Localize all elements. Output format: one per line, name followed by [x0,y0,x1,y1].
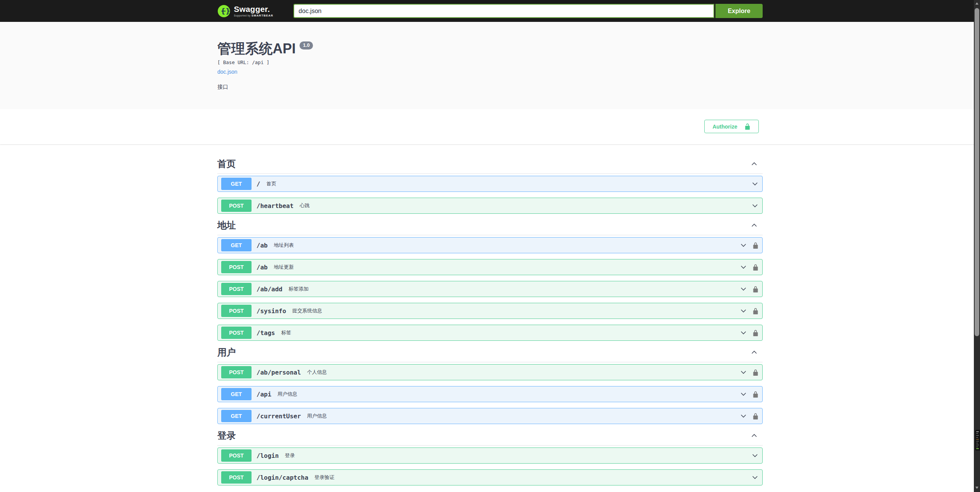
operation-path: /api [257,391,271,398]
chevron-down-icon[interactable] [740,412,747,420]
operation-row[interactable]: GET /ab 地址列表 [217,237,763,253]
section-title: 用户 [217,347,236,358]
chevron-down-icon[interactable] [751,452,759,459]
lock-icon[interactable] [752,264,759,271]
version-badge: 1.0 [300,41,313,50]
operation-summary: 首页 [267,180,751,187]
lock-icon[interactable] [752,242,759,249]
lock-icon[interactable] [752,391,759,398]
scroll-down-button[interactable] [974,484,980,491]
minimap-widget[interactable] [975,430,980,451]
operation-summary: 用户信息 [278,391,740,398]
brand-name: Swagger. [234,5,273,13]
explore-button[interactable]: Explore [715,4,763,18]
lock-icon[interactable] [752,329,759,337]
method-badge: POST [221,471,252,484]
spec-url-input[interactable] [293,4,714,18]
section-title: 地址 [217,220,236,231]
operation-row[interactable]: GET /currentUser 用户信息 [217,408,763,424]
operation-row[interactable]: POST /tags 标签 [217,325,763,341]
scroll-up-button[interactable] [974,0,980,7]
section-header[interactable]: 首页 [217,158,763,174]
chevron-down-icon[interactable] [740,390,747,398]
method-badge: GET [221,239,252,251]
chevron-down-icon[interactable] [740,329,747,337]
spec-url-form: Explore [293,4,763,18]
scrollbar-thumb[interactable] [975,8,979,336]
operation-row[interactable]: POST /login 登录 [217,447,763,464]
section-header[interactable]: 地址 [217,220,763,235]
operation-path: /ab/add [257,286,282,293]
operation-path: / [257,180,260,188]
info-section: 管理系统API1.0 [ Base URL: /api ] doc.json 接… [0,22,980,109]
authorize-button[interactable]: Authorize [704,120,759,133]
chevron-down-icon[interactable] [740,307,747,315]
operation-row[interactable]: POST /ab 地址更新 [217,259,763,275]
method-badge: POST [221,283,252,295]
method-badge: POST [221,200,252,212]
section-address: 地址 GET /ab 地址列表 POST /ab 地址更新 [217,220,763,341]
scheme-container: Authorize [0,109,980,144]
operation-summary: 登录验证 [315,474,751,481]
operation-row[interactable]: GET /api 用户信息 [217,386,763,402]
chevron-down-icon[interactable] [751,202,759,210]
chevron-up-icon[interactable] [750,221,758,229]
operation-summary: 个人信息 [307,369,740,376]
lock-icon[interactable] [752,413,759,420]
chevron-down-icon[interactable] [740,241,747,249]
chevron-up-icon[interactable] [750,348,758,356]
spec-link[interactable]: doc.json [217,69,237,75]
scrollbar[interactable] [974,0,980,492]
method-badge: POST [221,305,252,317]
operation-path: /heartbeat [257,202,293,210]
lock-icon[interactable] [752,369,759,376]
method-badge: GET [221,178,252,190]
operation-summary: 标签添加 [288,286,740,292]
chevron-down-icon[interactable] [751,180,759,188]
base-url: [ Base URL: /api ] [217,59,763,65]
api-title-row: 管理系统API1.0 [217,41,763,56]
operation-row[interactable]: POST /heartbeat 心跳 [217,198,763,214]
operation-path: /tags [257,329,275,337]
method-badge: POST [221,261,252,273]
operation-path: /login [257,452,279,459]
swagger-brand[interactable]: { } Swagger. Supported by SMARTBEAR [217,5,273,18]
chevron-up-icon[interactable] [750,160,758,168]
section-login: 登录 POST /login 登录 POST /login/captcha 登录… [217,430,763,485]
chevron-down-icon[interactable] [740,368,747,376]
section-title: 首页 [217,158,236,169]
section-user: 用户 POST /ab/personal 个人信息 GET /api 用户 [217,347,763,424]
operation-row[interactable]: GET / 首页 [217,176,763,192]
lock-icon[interactable] [752,286,759,293]
chevron-down-icon[interactable] [740,285,747,293]
operation-summary: 心跳 [300,202,751,209]
operation-path: /ab [257,264,268,271]
operation-row[interactable]: POST /login/captcha 登录验证 [217,469,763,485]
operation-row[interactable]: POST /sysinfo 提交系统信息 [217,303,763,319]
section-header[interactable]: 登录 [217,430,763,446]
operation-summary: 地址列表 [274,242,740,249]
operation-path: /ab [257,242,268,249]
swagger-logo-icon: { } [217,5,230,18]
method-badge: POST [221,327,252,339]
operation-path: /ab/personal [257,369,301,376]
section-header[interactable]: 用户 [217,347,763,362]
method-badge: POST [221,366,252,378]
operation-summary: 登录 [285,452,751,459]
method-badge: POST [221,449,252,462]
operation-path: /currentUser [257,413,301,420]
operation-summary: 标签 [281,329,740,336]
method-badge: GET [221,388,252,400]
operation-row[interactable]: POST /ab/add 标签添加 [217,281,763,297]
chevron-up-icon[interactable] [750,432,758,439]
operation-summary: 提交系统信息 [292,307,740,314]
chevron-down-icon[interactable] [751,474,759,481]
operation-row[interactable]: POST /ab/personal 个人信息 [217,364,763,380]
authorize-label: Authorize [712,124,737,130]
topbar: { } Swagger. Supported by SMARTBEAR Expl… [0,0,980,22]
lock-icon[interactable] [752,307,759,315]
chevron-down-icon[interactable] [740,263,747,271]
unlock-icon [744,123,751,130]
api-description: 接口 [217,84,763,90]
brand-subtitle: Supported by SMARTBEAR [234,14,273,17]
